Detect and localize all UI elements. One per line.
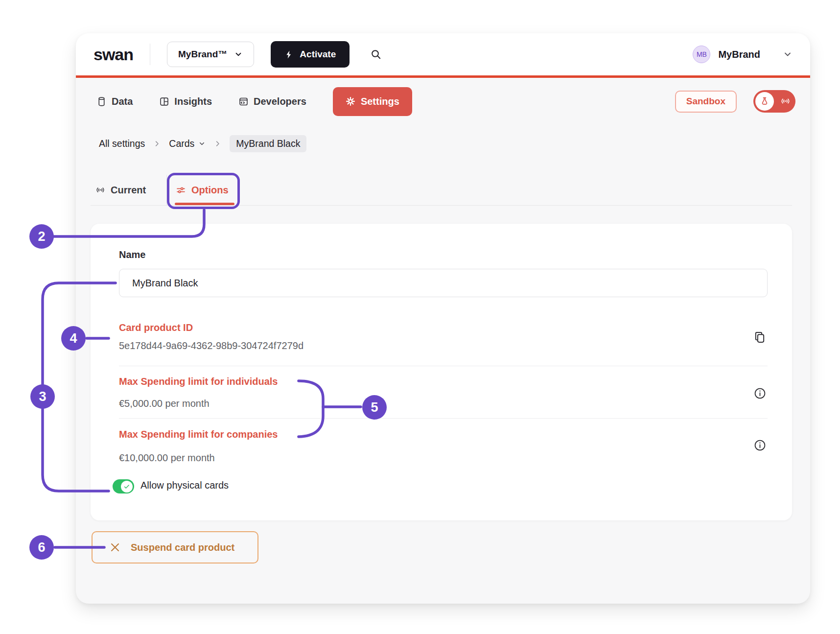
limit-companies-label: Max Spending limit for companies bbox=[119, 429, 278, 440]
breadcrumb: All settings Cards MyBrand Black bbox=[99, 135, 306, 152]
gear-icon bbox=[346, 96, 355, 106]
card-product-id-label: Card product ID bbox=[119, 322, 193, 333]
allow-physical-cards-label: Allow physical cards bbox=[140, 480, 229, 491]
primary-nav: Data Insights Developers Settings Sandbo… bbox=[76, 78, 810, 125]
tab-divider bbox=[166, 175, 167, 206]
annotation-circle-2: 2 bbox=[29, 224, 54, 249]
page: swan MyBrand™ Activate MB MyBrand bbox=[0, 0, 840, 634]
tab-label: Current bbox=[111, 185, 146, 196]
row-divider bbox=[119, 366, 768, 366]
sandbox-label: Sandbox bbox=[686, 96, 725, 107]
breadcrumb-cards-label: Cards bbox=[169, 138, 194, 149]
check-icon bbox=[121, 481, 133, 493]
avatar: MB bbox=[693, 46, 710, 63]
breadcrumb-current-page[interactable]: MyBrand Black bbox=[230, 135, 306, 152]
header-accent-line bbox=[76, 75, 810, 78]
nav-item-label: Insights bbox=[174, 96, 212, 107]
terminal-icon bbox=[238, 96, 249, 107]
name-field-label: Name bbox=[119, 249, 145, 260]
chevron-right-icon bbox=[153, 140, 161, 147]
tab-current[interactable]: Current bbox=[95, 181, 146, 199]
limit-companies-value: €10,000.00 per month bbox=[119, 452, 215, 464]
annotation-circle-3: 3 bbox=[30, 384, 55, 409]
nav-item-label: Developers bbox=[254, 96, 306, 107]
annotation-circle-4: 4 bbox=[61, 326, 86, 351]
account-menu[interactable]: MB MyBrand bbox=[693, 46, 793, 63]
tab-options[interactable]: Options bbox=[176, 181, 229, 199]
search-icon bbox=[370, 48, 382, 60]
account-name: MyBrand bbox=[718, 49, 760, 60]
insights-icon bbox=[159, 96, 169, 107]
card-product-id-value: 5e178d44-9a69-4362-98b9-304724f7279d bbox=[119, 340, 303, 352]
limit-individuals-label: Max Spending limit for individuals bbox=[119, 376, 278, 387]
nav-item-data[interactable]: Data bbox=[96, 96, 133, 107]
brand-selector-label: MyBrand™ bbox=[178, 49, 227, 60]
activate-button[interactable]: Activate bbox=[271, 41, 350, 68]
search-button[interactable] bbox=[370, 48, 382, 60]
flask-icon bbox=[755, 92, 774, 111]
breadcrumb-all-settings[interactable]: All settings bbox=[99, 138, 145, 149]
sliders-icon bbox=[176, 185, 186, 195]
nav-item-settings[interactable]: Settings bbox=[333, 87, 412, 116]
nav-item-developers[interactable]: Developers bbox=[238, 96, 306, 107]
limit-individuals-value: €5,000.00 per month bbox=[119, 398, 210, 409]
chevron-right-icon bbox=[214, 140, 221, 147]
database-icon bbox=[96, 96, 107, 107]
signal-icon bbox=[95, 185, 105, 195]
activate-label: Activate bbox=[300, 49, 336, 60]
active-tab-underline bbox=[175, 203, 234, 205]
header: swan MyBrand™ Activate MB MyBrand bbox=[76, 33, 810, 75]
header-divider bbox=[150, 44, 150, 65]
row-divider bbox=[119, 418, 768, 419]
card-product-form: Name Card product ID 5e178d44-9a69-4362-… bbox=[91, 224, 792, 520]
tab-label: Options bbox=[191, 185, 229, 196]
chevron-down-icon bbox=[198, 140, 206, 147]
sandbox-badge[interactable]: Sandbox bbox=[675, 91, 737, 113]
suspend-card-product-button[interactable]: Suspend card product bbox=[92, 531, 258, 564]
chevron-down-icon bbox=[234, 50, 243, 59]
nav-item-label: Data bbox=[112, 96, 133, 107]
breadcrumb-cards[interactable]: Cards bbox=[169, 138, 206, 149]
annotation-circle-5: 5 bbox=[362, 395, 387, 420]
tabs-bottom-border bbox=[91, 205, 792, 206]
name-input[interactable] bbox=[119, 269, 768, 297]
brand-selector-dropdown[interactable]: MyBrand™ bbox=[167, 42, 254, 67]
bolt-icon bbox=[284, 50, 294, 59]
chevron-down-icon bbox=[783, 49, 793, 59]
allow-physical-cards-toggle[interactable] bbox=[113, 479, 134, 493]
swan-logo: swan bbox=[93, 45, 133, 64]
nav-item-insights[interactable]: Insights bbox=[159, 96, 212, 107]
nav-item-label: Settings bbox=[361, 96, 399, 107]
suspend-label: Suspend card product bbox=[131, 542, 234, 553]
annotation-circle-6: 6 bbox=[29, 535, 54, 560]
live-signal-icon bbox=[780, 96, 791, 108]
close-icon bbox=[109, 541, 121, 553]
sandbox-live-toggle[interactable] bbox=[753, 90, 795, 113]
